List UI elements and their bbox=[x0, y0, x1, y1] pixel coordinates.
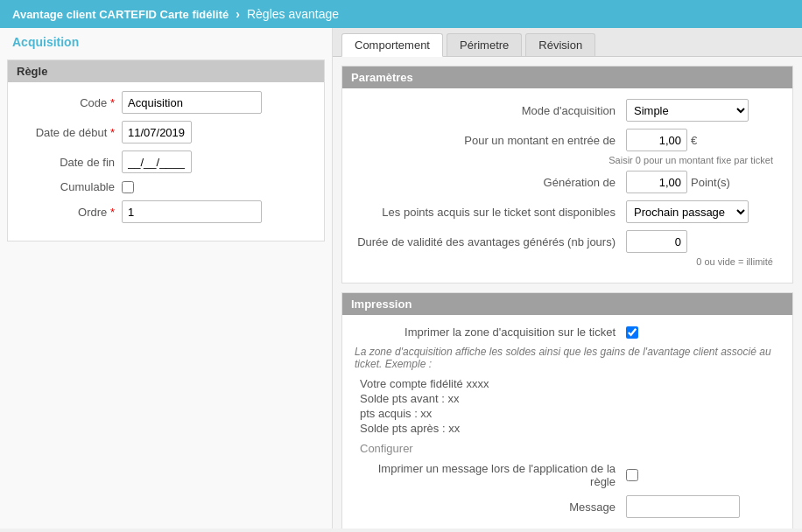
imprimer-message-row: Imprimer un message lors de l'applicatio… bbox=[351, 462, 784, 488]
right-panel: Comportement Périmetre Révision Paramètr… bbox=[333, 28, 802, 528]
breadcrumb-chevron: › bbox=[236, 7, 240, 21]
ordre-row: Ordre * bbox=[17, 200, 315, 223]
left-panel: Acquisition Règle Code * Date de début * bbox=[0, 28, 333, 528]
ordre-input[interactable] bbox=[122, 200, 262, 223]
impression-section: Impression Imprimer la zone d'acquisitio… bbox=[341, 292, 793, 528]
montant-value: € bbox=[626, 129, 784, 151]
imprimer-message-checkbox[interactable] bbox=[626, 469, 638, 481]
imprimer-zone-value bbox=[626, 326, 784, 339]
italic-note: La zone d'acquisition affiche les soldes… bbox=[351, 346, 784, 370]
cumulable-label: Cumulable bbox=[17, 180, 122, 193]
duree-row: Durée de validité des avantages générés … bbox=[351, 230, 784, 253]
message-value bbox=[626, 495, 784, 518]
form-section-header: Règle bbox=[8, 60, 324, 82]
generation-unit: Point(s) bbox=[691, 176, 730, 189]
duree-input[interactable] bbox=[626, 230, 687, 253]
imprimer-zone-checkbox[interactable] bbox=[626, 326, 638, 339]
code-row: Code * bbox=[17, 91, 315, 114]
right-content: Paramètres Mode d'acquisition Simple Dou… bbox=[333, 57, 802, 528]
montant-row: Pour un montant en entrée de € bbox=[351, 129, 784, 151]
account-line-3: pts acquis : xx bbox=[360, 407, 784, 420]
generation-label: Génération de bbox=[351, 176, 626, 189]
account-lines: Votre compte fidélité xxxx Solde pts ava… bbox=[360, 377, 784, 435]
cumulable-row: Cumulable bbox=[17, 180, 315, 193]
imprimer-zone-row: Imprimer la zone d'acquisition sur le ti… bbox=[351, 326, 784, 339]
tab-comportement[interactable]: Comportement bbox=[341, 33, 443, 57]
mode-acquisition-label: Mode d'acquisition bbox=[351, 104, 626, 117]
code-label: Code * bbox=[17, 96, 122, 109]
date-debut-row: Date de début * bbox=[17, 121, 315, 144]
montant-hint: Saisir 0 pour un montant fixe par ticket bbox=[351, 155, 784, 165]
account-line-2: Solde pts avant : xx bbox=[360, 392, 784, 405]
generation-input[interactable] bbox=[626, 171, 687, 193]
disponibles-value: Prochain passage Immédiatement bbox=[626, 200, 784, 223]
app-title: Avantage client CARTEFID Carte fidélité bbox=[12, 8, 229, 21]
tabs-bar: Comportement Périmetre Révision bbox=[333, 28, 802, 57]
configurer-link[interactable]: Configurer bbox=[360, 442, 784, 455]
montant-label: Pour un montant en entrée de bbox=[351, 134, 626, 147]
code-input[interactable] bbox=[122, 91, 262, 114]
regle-form: Règle Code * Date de début * Date de fi bbox=[7, 60, 325, 242]
parametres-body: Mode d'acquisition Simple Double Pour un… bbox=[342, 88, 792, 283]
ordre-label: Ordre * bbox=[17, 206, 122, 219]
tab-perimetre[interactable]: Périmetre bbox=[447, 33, 522, 56]
duree-label: Durée de validité des avantages générés … bbox=[351, 235, 626, 248]
date-debut-label: Date de début * bbox=[17, 126, 122, 139]
impression-header: Impression bbox=[342, 293, 792, 315]
montant-unit: € bbox=[691, 134, 697, 147]
tab-revision[interactable]: Révision bbox=[525, 33, 595, 56]
duree-value bbox=[626, 230, 784, 253]
imprimer-zone-label: Imprimer la zone d'acquisition sur le ti… bbox=[351, 326, 626, 339]
message-row: Message bbox=[351, 495, 784, 518]
imprimer-message-label: Imprimer un message lors de l'applicatio… bbox=[351, 462, 626, 488]
breadcrumb-sub: Règles avantage bbox=[247, 7, 339, 21]
disponibles-row: Les points acquis sur le ticket sont dis… bbox=[351, 200, 784, 223]
generation-value: Point(s) bbox=[626, 171, 784, 193]
imprimer-message-value bbox=[626, 469, 784, 481]
mode-acquisition-row: Mode d'acquisition Simple Double bbox=[351, 99, 784, 122]
parametres-header: Paramètres bbox=[342, 66, 792, 88]
mode-acquisition-value: Simple Double bbox=[626, 99, 784, 122]
message-label: Message bbox=[351, 500, 626, 514]
generation-row: Génération de Point(s) bbox=[351, 171, 784, 193]
disponibles-label: Les points acquis sur le ticket sont dis… bbox=[351, 206, 626, 219]
section-title: Acquisition bbox=[0, 28, 332, 54]
account-line-1: Votre compte fidélité xxxx bbox=[360, 377, 784, 390]
mode-acquisition-select[interactable]: Simple Double bbox=[626, 99, 749, 122]
date-fin-input[interactable] bbox=[122, 150, 192, 173]
disponibles-select[interactable]: Prochain passage Immédiatement bbox=[626, 200, 749, 223]
code-required: * bbox=[110, 96, 115, 109]
account-line-4: Solde pts après : xx bbox=[360, 422, 784, 435]
message-input[interactable] bbox=[626, 495, 740, 518]
date-fin-label: Date de fin bbox=[17, 156, 122, 169]
date-debut-input[interactable] bbox=[122, 121, 192, 144]
cumulable-checkbox[interactable] bbox=[122, 181, 134, 193]
top-bar: Avantage client CARTEFID Carte fidélité … bbox=[0, 0, 802, 28]
impression-body: Imprimer la zone d'acquisition sur le ti… bbox=[342, 315, 792, 528]
parametres-section: Paramètres Mode d'acquisition Simple Dou… bbox=[341, 66, 793, 284]
montant-input[interactable] bbox=[626, 129, 687, 151]
date-debut-required: * bbox=[110, 126, 115, 139]
duree-hint: 0 ou vide = illimité bbox=[351, 256, 784, 267]
date-fin-row: Date de fin bbox=[17, 150, 315, 173]
